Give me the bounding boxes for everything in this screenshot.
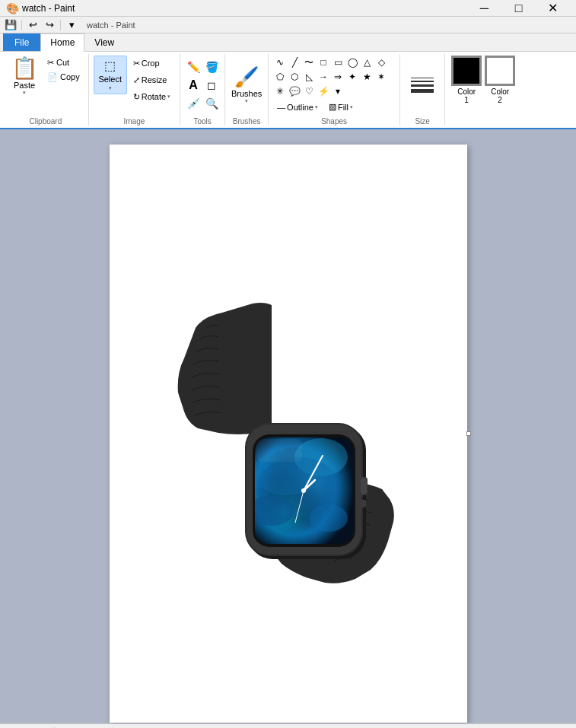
shape-hex[interactable]: ⬡ bbox=[288, 70, 301, 84]
fill-button[interactable]: ▧ Fill ▾ bbox=[325, 100, 357, 114]
paste-icon: 📋 bbox=[11, 58, 38, 79]
size-content bbox=[405, 54, 440, 116]
status-bar: 357, 342 0 × 0px ─ + 100% bbox=[0, 723, 576, 728]
rotate-arrow: ▾ bbox=[167, 94, 170, 100]
crop-button[interactable]: ✂ Crop bbox=[129, 56, 175, 71]
shape-rect[interactable]: □ bbox=[317, 56, 330, 69]
shapes-grid: ∿ ╱ 〜 □ ▭ ◯ △ ◇ ⬠ ⬡ ◺ → ⇒ bbox=[273, 56, 395, 98]
svg-point-12 bbox=[256, 457, 340, 518]
tools-content: ✏️ 🪣 A ◻ 💉 🔍 bbox=[185, 54, 220, 116]
title-bar-text: watch - Paint bbox=[22, 3, 75, 14]
cut-label: Cut bbox=[56, 58, 69, 67]
shape-curve[interactable]: ∿ bbox=[273, 56, 287, 69]
shape-star4[interactable]: ✦ bbox=[345, 70, 359, 84]
select-label: Select bbox=[98, 75, 122, 84]
shape-star6[interactable]: ✶ bbox=[374, 70, 388, 84]
brushes-arrow: ▾ bbox=[245, 98, 248, 104]
save-quick-button[interactable]: 💾 bbox=[3, 17, 18, 33]
image-group: ⬚ Select ▾ ✂ Crop ⤢ Resize ↻ Rotate bbox=[89, 54, 180, 126]
brushes-button[interactable]: 🖌️ Brushes ▾ bbox=[230, 64, 263, 106]
ribbon-tabs: File Home View bbox=[0, 33, 576, 51]
customize-quick-access[interactable]: ▾ bbox=[64, 17, 79, 33]
resize-button[interactable]: ⤢ Resize bbox=[129, 72, 175, 87]
outline-icon: — bbox=[277, 103, 285, 112]
size-line-1[interactable] bbox=[411, 78, 434, 78]
watch-image bbox=[146, 290, 405, 609]
shape-triangle[interactable]: △ bbox=[360, 56, 374, 69]
shape-heart[interactable]: ♡ bbox=[302, 84, 316, 98]
brushes-icon: 🖌️ bbox=[234, 65, 259, 89]
minimize-button[interactable]: ─ bbox=[467, 0, 501, 17]
select-icon: ⬚ bbox=[104, 59, 116, 73]
maximize-button[interactable]: □ bbox=[501, 0, 536, 17]
shape-callout[interactable]: 💬 bbox=[288, 84, 301, 98]
undo-button[interactable]: ↩ bbox=[25, 17, 40, 33]
canvas-area[interactable] bbox=[0, 129, 576, 723]
copy-label: Copy bbox=[60, 72, 80, 81]
tab-file[interactable]: File bbox=[3, 33, 40, 51]
shape-lightning[interactable]: ⚡ bbox=[317, 84, 330, 98]
tools-label: Tools bbox=[185, 116, 220, 126]
shape-star8[interactable]: ✳ bbox=[273, 84, 287, 98]
redo-button[interactable]: ↪ bbox=[42, 17, 57, 33]
fill-tool[interactable]: 🪣 bbox=[203, 59, 220, 75]
shapes-expand[interactable]: ▾ bbox=[331, 84, 345, 98]
rotate-icon: ↻ bbox=[133, 92, 140, 102]
outline-button[interactable]: — Outline ▾ bbox=[273, 100, 322, 114]
colors-group: Color1 Color2 bbox=[445, 54, 521, 126]
canvas-resize-handle[interactable] bbox=[466, 431, 471, 436]
color-boxes: Color1 Color2 bbox=[451, 56, 515, 104]
shape-pentagon[interactable]: ⬠ bbox=[273, 70, 287, 84]
shape-line[interactable]: ╱ bbox=[288, 56, 301, 69]
svg-point-16 bbox=[301, 488, 306, 493]
paste-dropdown-arrow: ▾ bbox=[23, 90, 26, 96]
rotate-button[interactable]: ↻ Rotate ▾ bbox=[129, 89, 175, 104]
size-label: Size bbox=[405, 116, 440, 126]
eyedropper-tool[interactable]: 💉 bbox=[185, 95, 202, 112]
paste-button[interactable]: 📋 Paste ▾ bbox=[8, 56, 41, 98]
shapes-label: Shapes bbox=[273, 116, 395, 126]
ribbon-content: 📋 Paste ▾ ✂ Cut 📄 Copy Clipboard bbox=[0, 51, 576, 128]
shape-ellipse[interactable]: ◯ bbox=[345, 56, 359, 69]
color1-button[interactable] bbox=[451, 56, 482, 86]
paste-label: Paste bbox=[14, 81, 35, 90]
outline-arrow: ▾ bbox=[315, 104, 318, 110]
shape-curve2[interactable]: 〜 bbox=[302, 56, 316, 69]
fill-label: Fill bbox=[338, 103, 348, 112]
qa-separator-2 bbox=[60, 20, 61, 30]
shapes-group: ∿ ╱ 〜 □ ▭ ◯ △ ◇ ⬠ ⬡ ◺ → ⇒ bbox=[269, 54, 400, 126]
close-button[interactable]: ✕ bbox=[536, 0, 570, 17]
cut-button[interactable]: ✂ Cut bbox=[43, 56, 84, 69]
magnifier-tool[interactable]: 🔍 bbox=[203, 95, 220, 112]
color2-button[interactable] bbox=[485, 56, 515, 86]
size-line-3[interactable] bbox=[411, 84, 434, 87]
pencil-tool[interactable]: ✏️ bbox=[185, 59, 202, 75]
tab-home[interactable]: Home bbox=[40, 33, 84, 52]
tab-view[interactable]: View bbox=[84, 33, 124, 51]
size-line-2[interactable] bbox=[411, 81, 434, 82]
fill-arrow: ▾ bbox=[350, 104, 353, 110]
shapes-content: ∿ ╱ 〜 □ ▭ ◯ △ ◇ ⬠ ⬡ ◺ → ⇒ bbox=[273, 54, 395, 116]
svg-rect-19 bbox=[360, 500, 366, 507]
text-tool[interactable]: A bbox=[185, 77, 202, 94]
size-line-4[interactable] bbox=[411, 89, 434, 93]
select-button[interactable]: ⬚ Select ▾ bbox=[94, 56, 127, 94]
shape-arrow[interactable]: → bbox=[317, 70, 330, 84]
eraser-tool[interactable]: ◻ bbox=[203, 77, 220, 94]
copy-button[interactable]: 📄 Copy bbox=[43, 70, 84, 84]
svg-rect-18 bbox=[361, 478, 367, 494]
shape-diamond[interactable]: ◇ bbox=[374, 56, 388, 69]
watch-svg bbox=[146, 290, 405, 609]
canvas-paper bbox=[110, 145, 467, 723]
brushes-content: 🖌️ Brushes ▾ bbox=[230, 54, 263, 116]
colors-content: Color1 Color2 bbox=[451, 54, 515, 126]
shape-rounded-rect[interactable]: ▭ bbox=[331, 56, 345, 69]
svg-rect-20 bbox=[256, 439, 302, 462]
brushes-label: Brushes bbox=[231, 89, 262, 98]
shape-star5[interactable]: ★ bbox=[360, 70, 374, 84]
shape-right-tri[interactable]: ◺ bbox=[302, 70, 316, 84]
select-arrow: ▾ bbox=[109, 85, 112, 91]
clipboard-small-buttons: ✂ Cut 📄 Copy bbox=[43, 56, 84, 84]
shape-arrow2[interactable]: ⇒ bbox=[331, 70, 345, 84]
size-lines bbox=[405, 75, 440, 96]
